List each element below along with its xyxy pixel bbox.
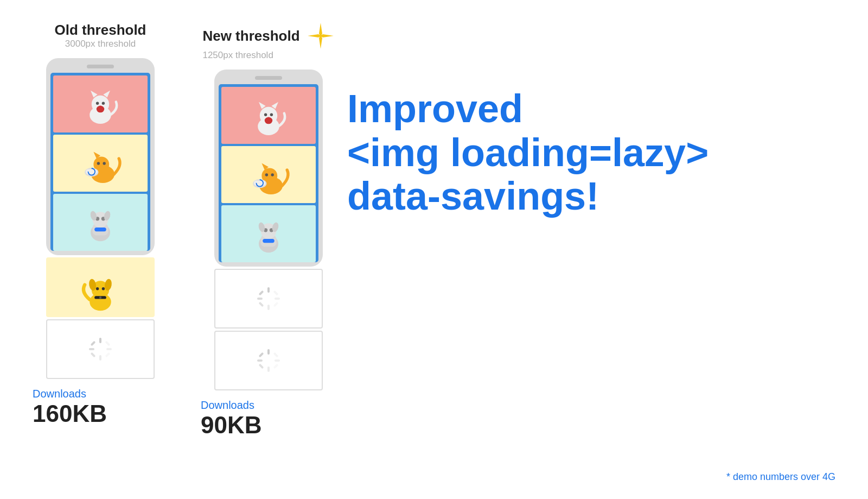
hero-text: Improved <img loading=lazy> data-savings…	[347, 87, 841, 218]
svg-point-29	[102, 287, 105, 290]
svg-point-45	[264, 113, 267, 116]
old-threshold-subtitle: 3000px threshold	[55, 39, 146, 49]
svg-point-7	[97, 105, 104, 112]
new-loading-img-2	[214, 331, 323, 390]
svg-point-5	[102, 102, 105, 104]
svg-rect-72	[273, 302, 279, 307]
svg-rect-68	[275, 298, 280, 300]
new-img-orange-cat	[221, 146, 316, 203]
svg-rect-14	[86, 169, 98, 174]
main-layout: Old threshold 3000px threshold	[0, 0, 868, 499]
new-orange-cat-svg	[244, 150, 293, 199]
old-img-orange-cat	[53, 135, 148, 192]
svg-rect-34	[89, 348, 94, 350]
svg-rect-78	[273, 352, 279, 358]
new-cat-svg	[244, 91, 293, 140]
dog-blue-svg	[76, 198, 125, 247]
svg-rect-74	[267, 367, 270, 372]
svg-point-11	[97, 162, 100, 165]
yellow-dog-svg	[76, 260, 125, 314]
new-dog-blue-svg	[244, 210, 293, 258]
svg-rect-21	[94, 228, 106, 231]
new-img-dog-blue	[221, 205, 316, 262]
phone-pill	[87, 65, 114, 68]
svg-rect-32	[99, 338, 101, 343]
svg-rect-36	[91, 341, 96, 346]
new-below-images	[214, 269, 323, 390]
new-threshold-header: New threshold 1250px threshold	[202, 22, 334, 61]
svg-point-53	[271, 173, 274, 176]
old-downloads-size: 160KB	[33, 400, 107, 427]
new-phone-pill	[255, 76, 282, 80]
svg-point-40	[319, 34, 322, 37]
svg-rect-67	[257, 298, 263, 300]
old-phone-body	[50, 73, 150, 251]
new-phone-device	[214, 70, 323, 267]
svg-point-48	[265, 117, 272, 124]
old-downloads-label: Downloads	[33, 388, 107, 400]
old-threshold-header: Old threshold 3000px threshold	[55, 22, 146, 49]
old-yellow-dog-img	[46, 257, 155, 317]
svg-rect-62	[263, 239, 275, 243]
svg-rect-55	[254, 180, 266, 185]
old-phone-device	[46, 58, 155, 255]
svg-point-46	[270, 113, 273, 116]
sparkle-icon	[307, 22, 335, 50]
svg-rect-39	[105, 352, 111, 358]
svg-marker-2	[91, 90, 98, 97]
svg-marker-3	[103, 90, 110, 97]
old-threshold-inner: Old threshold 3000px threshold	[33, 22, 168, 427]
hero-line3: data-savings!	[347, 174, 599, 218]
old-below-images	[46, 257, 155, 379]
svg-rect-33	[99, 355, 101, 361]
old-img-dog-blue	[53, 194, 148, 251]
new-loading-img-1	[214, 269, 323, 329]
hero-line2: <img loading=lazy>	[347, 131, 709, 174]
svg-point-28	[96, 287, 99, 290]
old-img-cat	[53, 75, 148, 132]
new-img-cat	[221, 87, 316, 144]
svg-rect-37	[105, 341, 111, 346]
cat-svg	[76, 80, 125, 129]
old-loading-img	[46, 319, 155, 379]
new-threshold-inner: New threshold 1250px threshold	[201, 22, 336, 439]
new-threshold-subtitle: 1250px threshold	[202, 50, 273, 61]
svg-rect-70	[273, 290, 279, 296]
svg-rect-66	[267, 305, 270, 310]
svg-point-4	[96, 102, 99, 104]
svg-rect-79	[259, 364, 264, 369]
spinner-svg-1	[87, 336, 114, 363]
demo-note: * demo numbers over 4G	[726, 471, 835, 483]
new-phone-body	[219, 84, 318, 262]
svg-rect-76	[275, 359, 280, 362]
svg-marker-43	[259, 102, 266, 109]
spinner-svg-3	[255, 347, 282, 374]
hero-line1: Improved	[347, 87, 523, 130]
new-threshold-column: New threshold 1250px threshold	[201, 22, 336, 477]
old-threshold-column: Old threshold 3000px threshold	[33, 22, 168, 477]
old-threshold-title: Old threshold	[55, 22, 146, 39]
new-downloads-label: Downloads	[201, 399, 262, 412]
new-downloads-area: Downloads 90KB	[201, 399, 262, 439]
spinner-svg-2	[255, 285, 282, 312]
hero-content: Improved <img loading=lazy> data-savings…	[336, 22, 841, 477]
svg-rect-80	[273, 364, 279, 369]
svg-rect-71	[259, 302, 264, 307]
svg-rect-73	[267, 349, 270, 355]
svg-marker-44	[271, 102, 278, 109]
svg-rect-65	[267, 287, 270, 293]
old-downloads-area: Downloads 160KB	[33, 388, 107, 427]
svg-rect-75	[257, 359, 263, 362]
svg-rect-35	[106, 348, 112, 350]
spacer-1	[168, 22, 201, 477]
new-threshold-title: New threshold	[202, 28, 299, 45]
svg-point-52	[265, 173, 268, 176]
svg-rect-77	[259, 352, 264, 358]
new-downloads-size: 90KB	[201, 412, 262, 439]
svg-point-12	[103, 162, 106, 165]
svg-rect-69	[259, 290, 264, 296]
svg-rect-38	[91, 352, 96, 358]
orange-cat-svg	[76, 139, 125, 188]
svg-point-31	[99, 296, 102, 299]
